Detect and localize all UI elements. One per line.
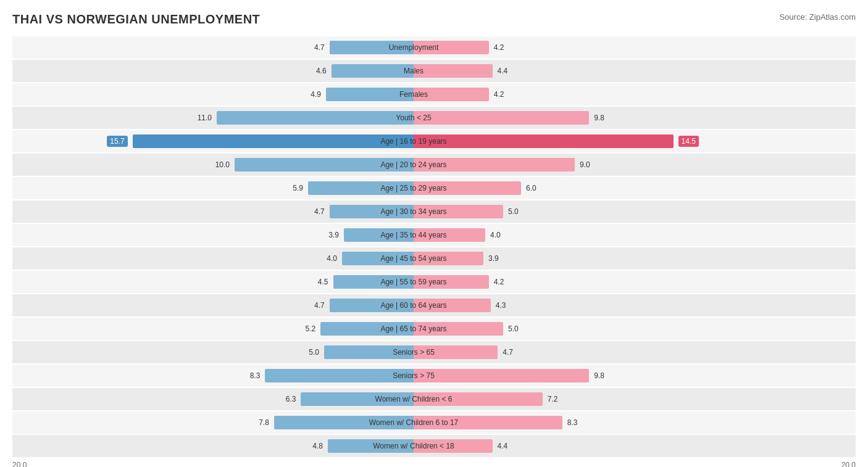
norwegian-value: 4.0 — [490, 231, 501, 239]
norwegian-value: 5.0 — [508, 207, 519, 216]
thai-value: 10.0 — [215, 160, 230, 169]
chart-row: 4.75.0Age | 30 to 34 years — [12, 200, 856, 223]
bar-wrapper: 4.84.4Women w/ Children < 18 — [12, 435, 815, 457]
thai-value: 15.7 — [107, 136, 127, 147]
thai-value: 4.0 — [327, 254, 337, 263]
bar-label: Females — [399, 90, 428, 99]
norwegian-value: 4.3 — [496, 301, 506, 310]
chart-row: 4.64.4Males — [12, 60, 856, 82]
thai-value: 5.9 — [293, 184, 303, 192]
chart-container: THAI VS NORWEGIAN UNEMPLOYMENT Source: Z… — [12, 12, 856, 467]
bar-label: Women w/ Children 6 to 17 — [369, 418, 459, 427]
norwegian-value: 5.0 — [508, 324, 519, 333]
norwegian-value: 4.2 — [494, 43, 504, 52]
chart-row: 4.84.4Women w/ Children < 18 — [12, 435, 856, 457]
thai-value: 5.2 — [306, 324, 316, 333]
bar-label: Males — [404, 67, 424, 75]
thai-value: 11.0 — [198, 114, 212, 122]
chart-row: 4.03.9Age | 45 to 54 years — [12, 247, 856, 270]
norwegian-value: 9.8 — [594, 114, 604, 122]
norwegian-value: 4.4 — [498, 67, 508, 75]
bar-label: Women w/ Children < 6 — [375, 395, 453, 403]
thai-bar — [332, 64, 414, 78]
bar-wrapper: 6.37.2Women w/ Children < 6 — [12, 388, 815, 410]
thai-value: 4.7 — [314, 207, 325, 216]
norwegian-value: 6.0 — [526, 184, 536, 192]
bar-wrapper: 4.03.9Age | 45 to 54 years — [12, 247, 815, 270]
bar-wrapper: 8.39.8Seniors > 75 — [12, 365, 815, 387]
bar-label: Seniors > 75 — [393, 371, 435, 380]
norwegian-value: 9.8 — [594, 371, 604, 380]
thai-value: 4.7 — [314, 301, 325, 310]
chart-header: THAI VS NORWEGIAN UNEMPLOYMENT Source: Z… — [12, 12, 856, 27]
norwegian-value: 7.2 — [548, 395, 558, 403]
bar-wrapper: 11.09.8Youth < 25 — [12, 107, 815, 129]
bar-label: Age | 20 to 24 years — [380, 160, 446, 169]
axis-bottom: 20.020.0 — [12, 458, 856, 467]
thai-value: 4.8 — [312, 442, 323, 450]
norwegian-value: 8.3 — [567, 418, 578, 427]
bar-wrapper: 5.96.0Age | 25 to 29 years — [12, 177, 815, 199]
bar-wrapper: 4.74.3Age | 60 to 64 years — [12, 294, 815, 316]
norwegian-value: 4.2 — [494, 278, 504, 286]
bar-label: Unemployment — [389, 43, 439, 52]
thai-value: 6.3 — [286, 395, 296, 403]
bar-label: Age | 60 to 64 years — [380, 301, 446, 310]
bar-wrapper: 4.75.0Age | 30 to 34 years — [12, 200, 815, 223]
norwegian-bar — [414, 134, 674, 148]
axis-right-label: 20.0 — [841, 461, 856, 467]
bar-label: Age | 25 to 29 years — [380, 184, 446, 192]
chart-row: 4.54.2Age | 55 to 59 years — [12, 271, 856, 293]
norwegian-value: 4.4 — [498, 442, 508, 450]
bar-wrapper: 3.94.0Age | 35 to 44 years — [12, 224, 815, 246]
chart-row: 5.96.0Age | 25 to 29 years — [12, 177, 856, 199]
bar-label: Age | 16 to 19 years — [380, 137, 446, 146]
bar-wrapper: 15.714.5Age | 16 to 19 years — [12, 130, 815, 152]
chart-row: 6.37.2Women w/ Children < 6 — [12, 388, 856, 410]
thai-bar — [265, 369, 414, 382]
bar-label: Age | 30 to 34 years — [380, 207, 446, 216]
chart-row: 5.25.0Age | 65 to 74 years — [12, 318, 856, 340]
thai-value: 3.9 — [328, 231, 339, 239]
thai-value: 7.8 — [259, 418, 269, 427]
norwegian-bar — [414, 369, 589, 382]
bar-wrapper: 4.64.4Males — [12, 60, 815, 82]
chart-source: Source: ZipAtlas.com — [779, 12, 856, 22]
bar-wrapper: 10.09.0Age | 20 to 24 years — [12, 154, 815, 176]
chart-row: 7.88.3Women w/ Children 6 to 17 — [12, 411, 856, 434]
thai-value: 4.9 — [311, 90, 321, 99]
thai-bar — [217, 111, 414, 125]
norwegian-bar — [414, 64, 493, 78]
norwegian-bar — [414, 111, 589, 125]
bar-wrapper: 4.94.2Females — [12, 83, 815, 105]
bar-wrapper: 4.54.2Age | 55 to 59 years — [12, 271, 815, 293]
chart-row: 8.39.8Seniors > 75 — [12, 365, 856, 387]
chart-row: 5.04.7Seniors > 65 — [12, 341, 856, 363]
chart-row: 4.74.3Age | 60 to 64 years — [12, 294, 856, 316]
bar-label: Age | 35 to 44 years — [380, 231, 446, 239]
norwegian-value: 3.9 — [488, 254, 499, 263]
chart-title: THAI VS NORWEGIAN UNEMPLOYMENT — [12, 12, 260, 27]
norwegian-value: 4.7 — [503, 348, 513, 357]
chart-row: 4.94.2Females — [12, 83, 856, 105]
chart-area: 4.74.2Unemployment4.64.4Males4.94.2Femal… — [12, 36, 856, 467]
norwegian-value: 9.0 — [580, 160, 590, 169]
chart-row: 4.74.2Unemployment — [12, 36, 856, 59]
chart-row: 3.94.0Age | 35 to 44 years — [12, 224, 856, 246]
bar-label: Age | 45 to 54 years — [380, 254, 446, 263]
bar-wrapper: 5.25.0Age | 65 to 74 years — [12, 318, 815, 340]
bar-label: Age | 65 to 74 years — [380, 324, 446, 333]
bar-label: Youth < 25 — [396, 114, 431, 122]
bar-label: Women w/ Children < 18 — [373, 442, 454, 450]
bar-label: Seniors > 65 — [393, 348, 435, 357]
axis-left-label: 20.0 — [12, 461, 27, 467]
thai-bar — [133, 134, 414, 148]
chart-row: 15.714.5Age | 16 to 19 years — [12, 130, 856, 152]
bar-label: Age | 55 to 59 years — [380, 278, 446, 286]
thai-value: 4.6 — [316, 67, 327, 75]
thai-value: 8.3 — [250, 371, 261, 380]
chart-row: 10.09.0Age | 20 to 24 years — [12, 154, 856, 176]
thai-value: 4.5 — [318, 278, 328, 286]
bar-wrapper: 7.88.3Women w/ Children 6 to 17 — [12, 411, 815, 434]
norwegian-value: 14.5 — [678, 136, 699, 147]
